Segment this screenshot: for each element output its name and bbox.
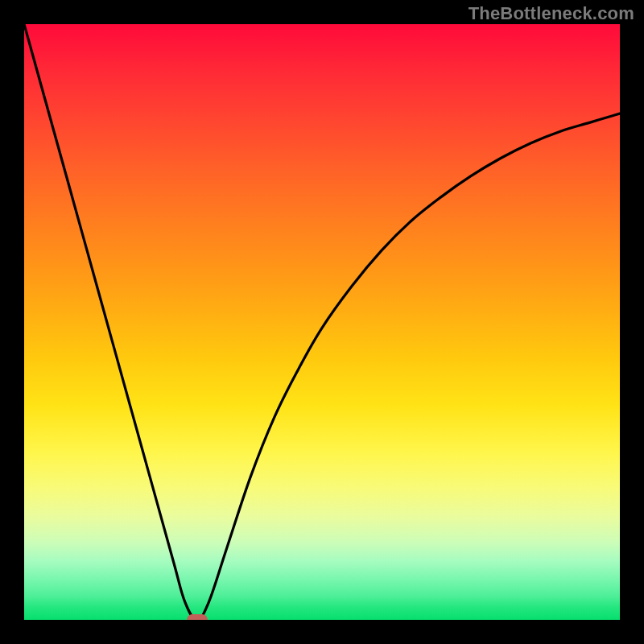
chart-frame: TheBottleneck.com bbox=[0, 0, 644, 644]
curve-svg bbox=[24, 24, 620, 620]
plot-area bbox=[24, 24, 620, 620]
minimum-marker bbox=[187, 614, 208, 620]
bottleneck-curve bbox=[24, 24, 620, 620]
watermark-text: TheBottleneck.com bbox=[469, 3, 634, 24]
